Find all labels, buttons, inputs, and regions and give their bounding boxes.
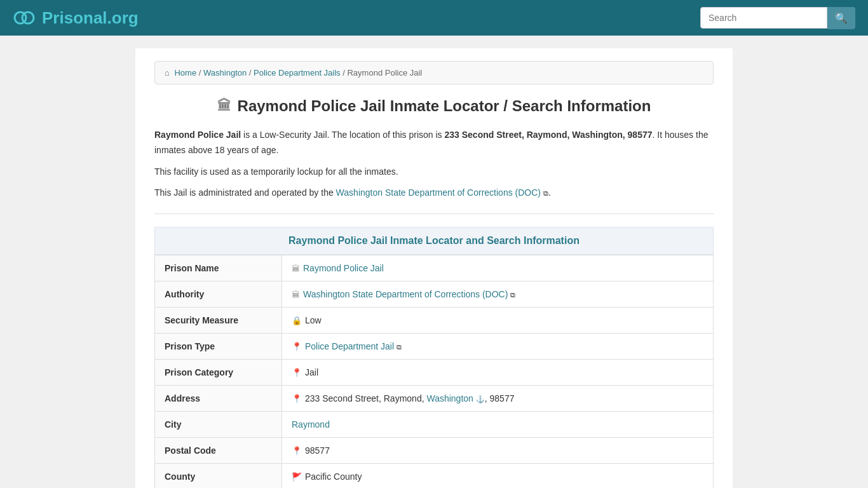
table-row: Prison Category📍Jail (155, 360, 714, 386)
breadcrumb-type[interactable]: Police Department Jails (254, 68, 341, 78)
table-cell-value: 🔒Low (282, 308, 714, 334)
table-row: Security Measure🔒Low (155, 308, 714, 334)
table-row: CityRaymond (155, 412, 714, 438)
breadcrumb-sep1: / (199, 68, 203, 78)
table-cell-label: City (155, 412, 282, 438)
state-link[interactable]: Washington (426, 393, 473, 403)
page-title-text: Raymond Police Jail Inmate Locator / Sea… (238, 97, 651, 115)
anchor-icon: ⚓ (476, 395, 485, 403)
table-row: Prison Type📍Police Department Jail⧉ (155, 334, 714, 360)
breadcrumb-state[interactable]: Washington (203, 68, 247, 78)
search-button[interactable]: 🔍 (827, 7, 855, 29)
prison-name-bold: Raymond Police Jail (154, 130, 241, 140)
cell-icon: 📍 (292, 342, 302, 351)
breadcrumb-current: Raymond Police Jail (347, 68, 422, 78)
table-row: Postal Code📍98577 (155, 438, 714, 464)
table-cell-value: Raymond (282, 412, 714, 438)
svg-point-1 (22, 12, 34, 24)
table-cell-value: 📍98577 (282, 438, 714, 464)
table-cell-label: County (155, 464, 282, 488)
table-cell-label: Security Measure (155, 308, 282, 334)
table-cell-label: Postal Code (155, 438, 282, 464)
cell-icon: 🏛 (292, 290, 300, 299)
logo-org: .org (107, 8, 139, 27)
description: Raymond Police Jail is a Low-Security Ja… (154, 128, 714, 201)
table-row: County🚩Pacific County (155, 464, 714, 488)
search-area: 🔍 (700, 7, 855, 29)
table-cell-link[interactable]: Raymond (292, 419, 330, 430)
external-link-icon: ⧉ (510, 291, 515, 299)
cell-icon: 🏛 (292, 264, 300, 273)
logo-text[interactable]: Prisonal.org (42, 8, 139, 28)
doc-link[interactable]: Washington State Department of Correctio… (336, 187, 541, 198)
page-title: 🏛 Raymond Police Jail Inmate Locator / S… (154, 97, 714, 115)
admin-text-before: This Jail is administrated and operated … (154, 187, 336, 198)
table-cell-label: Prison Name (155, 255, 282, 281)
cell-icon: 📍 (292, 368, 302, 377)
breadcrumb-home[interactable]: Home (174, 68, 196, 78)
search-input[interactable] (700, 7, 827, 29)
description-para1: Raymond Police Jail is a Low-Security Ja… (154, 128, 714, 158)
logo-prisonal: Prisonal (42, 8, 107, 27)
divider (154, 214, 714, 214)
site-header: Prisonal.org 🔍 (0, 0, 868, 36)
table-row: Address📍233 Second Street, Raymond, Wash… (155, 386, 714, 412)
address-bold: 233 Second Street, Raymond, Washington, … (445, 130, 653, 140)
section-title-text: Raymond Police Jail Inmate Locator and S… (288, 235, 580, 246)
table-cell-value: 🏛Raymond Police Jail (282, 255, 714, 281)
table-row: Authority🏛Washington State Department of… (155, 281, 714, 308)
info-table: Prison Name🏛Raymond Police JailAuthority… (154, 255, 714, 488)
table-cell-label: Prison Type (155, 334, 282, 360)
breadcrumb-sep2: / (249, 68, 254, 78)
desc-rest1: is a Low-Security Jail. The location of … (241, 130, 444, 140)
table-row: Prison Name🏛Raymond Police Jail (155, 255, 714, 281)
external-icon: ⧉ (543, 189, 548, 197)
admin-text-after: . (548, 187, 551, 198)
external-link-icon: ⧉ (397, 343, 402, 351)
table-cell-label: Prison Category (155, 360, 282, 386)
table-cell-label: Address (155, 386, 282, 412)
logo-icon (13, 6, 36, 29)
cell-icon: 📍 (292, 394, 302, 403)
table-cell-link[interactable]: Police Department Jail (305, 341, 394, 351)
table-cell-link[interactable]: Raymond Police Jail (303, 263, 384, 273)
description-para2: This facility is used as a temporarily l… (154, 165, 714, 180)
search-icon: 🔍 (835, 13, 848, 24)
table-cell-label: Authority (155, 281, 282, 308)
home-icon: ⌂ (165, 68, 170, 78)
cell-icon: 🚩 (292, 472, 302, 482)
description-para3: This Jail is administrated and operated … (154, 186, 714, 201)
cell-icon: 🔒 (292, 316, 302, 325)
table-cell-value: 📍233 Second Street, Raymond, Washington … (282, 386, 714, 412)
breadcrumb: ⌂ Home / Washington / Police Department … (154, 61, 714, 85)
building-icon: 🏛 (217, 98, 231, 114)
table-cell-value: 📍Jail (282, 360, 714, 386)
cell-icon: 📍 (292, 446, 302, 456)
section-header: Raymond Police Jail Inmate Locator and S… (154, 227, 714, 255)
logo-area: Prisonal.org (13, 6, 139, 29)
table-cell-link[interactable]: Washington State Department of Correctio… (303, 289, 508, 299)
main-container: ⌂ Home / Washington / Police Department … (135, 48, 733, 488)
table-cell-value: 📍Police Department Jail⧉ (282, 334, 714, 360)
table-cell-value: 🏛Washington State Department of Correcti… (282, 281, 714, 308)
table-cell-value: 🚩Pacific County (282, 464, 714, 488)
